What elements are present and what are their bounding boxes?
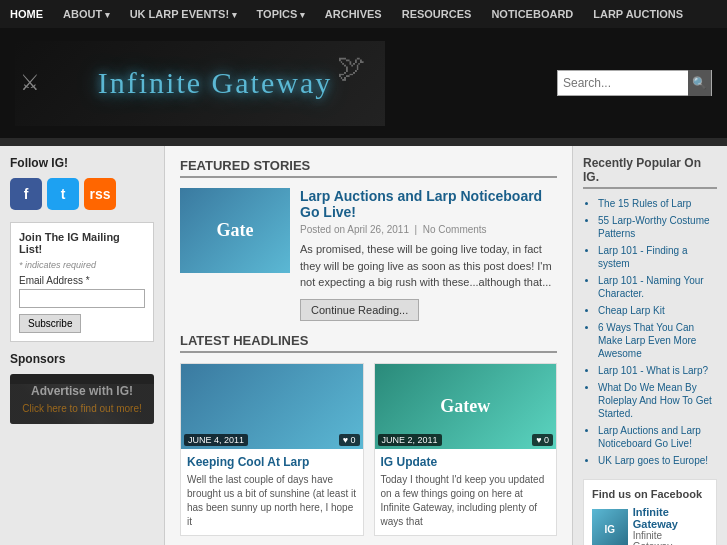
popular-item[interactable]: 55 Larp-Worthy Costume Patterns — [598, 215, 710, 239]
popular-list-item: 6 Ways That You Can Make Larp Even More … — [598, 321, 717, 360]
facebook-page-sub: InfiniteGateway — [633, 530, 708, 545]
latest-comments: ♥ 0 — [532, 434, 553, 446]
popular-title: Recently Popular On IG. — [583, 156, 717, 189]
popular-item[interactable]: UK Larp goes to Europe! — [598, 455, 708, 466]
popular-list-item: 55 Larp-Worthy Costume Patterns — [598, 214, 717, 240]
popular-item[interactable]: Larp 101 - Finding a system — [598, 245, 688, 269]
popular-item[interactable]: 6 Ways That You Can Make Larp Even More … — [598, 322, 696, 359]
social-icons: f t rss — [10, 178, 154, 210]
popular-list-item: What Do We Mean By Roleplay And How To G… — [598, 381, 717, 420]
popular-list-item: Larp 101 - Finding a system — [598, 244, 717, 270]
featured-title: FEATURED STORIES — [180, 158, 557, 178]
logo-area: ⚔ Infinite Gateway 🕊 — [15, 41, 385, 126]
popular-list-item: Larp 101 - What is Larp? — [598, 364, 717, 377]
latest-card: Gatew JUNE 2, 2011 ♥ 0 IG Update Today I… — [374, 363, 558, 536]
facebook-box: Find us on Facebook IG Infinite Gateway … — [583, 479, 717, 545]
continue-reading-button[interactable]: Continue Reading... — [300, 299, 419, 321]
sword-icon: ⚔ — [20, 70, 40, 96]
bird-icon: 🕊 — [337, 51, 365, 84]
mailing-title: Join The IG Mailing List! — [19, 231, 145, 255]
main-layout: Follow IG! f t rss Join The IG Mailing L… — [0, 146, 727, 545]
latest-thumbnail: Gatew JUNE 2, 2011 ♥ 0 — [375, 364, 557, 449]
popular-list-item: Larp Auctions and Larp Noticeboard Go Li… — [598, 424, 717, 450]
sponsors-title: Sponsors — [10, 352, 154, 366]
popular-item[interactable]: The 15 Rules of Larp — [598, 198, 691, 209]
latest-date: JUNE 4, 2011 — [184, 434, 248, 446]
email-field[interactable] — [19, 289, 145, 308]
nav-item-home[interactable]: HOME — [0, 0, 53, 28]
nav-item-noticeboard[interactable]: NOTICEBOARD — [481, 0, 583, 28]
facebook-profile: IG Infinite Gateway InfiniteGateway — [592, 506, 708, 545]
required-note: * indicates required — [19, 260, 145, 270]
popular-list-item: Cheap Larp Kit — [598, 304, 717, 317]
advertise-box[interactable]: Advertise with IG! Click here to find ou… — [10, 374, 154, 424]
featured-article: Gate Larp Auctions and Larp Noticeboard … — [180, 188, 557, 321]
popular-item[interactable]: Larp 101 - What is Larp? — [598, 365, 708, 376]
popular-item[interactable]: What Do We Mean By Roleplay And How To G… — [598, 382, 712, 419]
nav-item-topics[interactable]: TOPICS — [247, 0, 315, 29]
featured-thumbnail: Gate — [180, 188, 290, 273]
left-sidebar: Follow IG! f t rss Join The IG Mailing L… — [0, 146, 165, 545]
nav-item-about[interactable]: ABOUT — [53, 0, 120, 29]
facebook-name-area: Infinite Gateway InfiniteGateway — [633, 506, 708, 545]
popular-list-item: UK Larp goes to Europe! — [598, 454, 717, 467]
search-button[interactable]: 🔍 — [688, 70, 711, 96]
subbar — [0, 138, 727, 146]
featured-article-title: Larp Auctions and Larp Noticeboard Go Li… — [300, 188, 557, 220]
nav-item-archives[interactable]: ARCHIVES — [315, 0, 392, 28]
nav-item-resources[interactable]: RESOURCES — [392, 0, 482, 28]
main-nav: HOMEABOUTUK LARP EVENTS!TOPICSARCHIVESRE… — [0, 0, 727, 28]
rss-icon[interactable]: rss — [84, 178, 116, 210]
featured-thumb-text: Gate — [217, 220, 254, 241]
popular-list: The 15 Rules of Larp55 Larp-Worthy Costu… — [583, 197, 717, 467]
follow-title: Follow IG! — [10, 156, 154, 170]
latest-comments: ♥ 0 — [339, 434, 360, 446]
facebook-box-title: Find us on Facebook — [592, 488, 708, 500]
latest-grid: JUNE 4, 2011 ♥ 0 Keeping Cool At Larp We… — [180, 363, 557, 536]
popular-list-item: The 15 Rules of Larp — [598, 197, 717, 210]
featured-article-link[interactable]: Larp Auctions and Larp Noticeboard Go Li… — [300, 188, 542, 220]
search-area: 🔍 — [557, 70, 712, 96]
card-excerpt: Well the last couple of days have brough… — [187, 473, 357, 529]
twitter-icon[interactable]: t — [47, 178, 79, 210]
site-header: ⚔ Infinite Gateway 🕊 🔍 — [0, 28, 727, 138]
popular-list-item: Larp 101 - Naming Your Character. — [598, 274, 717, 300]
latest-title: LATEST HEADLINES — [180, 333, 557, 353]
search-input[interactable] — [558, 76, 688, 90]
logo-image: ⚔ Infinite Gateway 🕊 — [15, 41, 385, 126]
card-title[interactable]: IG Update — [381, 455, 551, 469]
featured-excerpt: As promised, these will be going live to… — [300, 241, 557, 291]
facebook-icon[interactable]: f — [10, 178, 42, 210]
card-excerpt: Today I thought I'd keep you updated on … — [381, 473, 551, 529]
facebook-page-name: Infinite Gateway — [633, 506, 708, 530]
card-body: IG Update Today I thought I'd keep you u… — [375, 449, 557, 535]
featured-meta: Posted on April 26, 2011 | No Comments — [300, 224, 557, 235]
subscribe-button[interactable]: Subscribe — [19, 314, 81, 333]
latest-date: JUNE 2, 2011 — [378, 434, 442, 446]
featured-text: Larp Auctions and Larp Noticeboard Go Li… — [300, 188, 557, 321]
mailing-list-box: Join The IG Mailing List! * indicates re… — [10, 222, 154, 342]
featured-date: April 26, 2011 — [347, 224, 409, 235]
email-label: Email Address * — [19, 275, 145, 286]
facebook-avatar: IG — [592, 509, 628, 545]
nav-item-uk-larp-events![interactable]: UK LARP EVENTS! — [120, 0, 247, 29]
logo-text: Infinite Gateway — [98, 66, 332, 100]
popular-item[interactable]: Larp Auctions and Larp Noticeboard Go Li… — [598, 425, 701, 449]
latest-thumb-text: Gatew — [440, 396, 490, 417]
latest-thumbnail: JUNE 4, 2011 ♥ 0 — [181, 364, 363, 449]
advertise-deco — [10, 384, 154, 424]
featured-comments[interactable]: No Comments — [423, 224, 487, 235]
center-content: FEATURED STORIES Gate Larp Auctions and … — [165, 146, 572, 545]
nav-item-larp-auctions[interactable]: LARP AUCTIONS — [583, 0, 693, 28]
card-title[interactable]: Keeping Cool At Larp — [187, 455, 357, 469]
popular-item[interactable]: Cheap Larp Kit — [598, 305, 665, 316]
latest-card: JUNE 4, 2011 ♥ 0 Keeping Cool At Larp We… — [180, 363, 364, 536]
right-sidebar: Recently Popular On IG. The 15 Rules of … — [572, 146, 727, 545]
popular-item[interactable]: Larp 101 - Naming Your Character. — [598, 275, 704, 299]
card-body: Keeping Cool At Larp Well the last coupl… — [181, 449, 363, 535]
